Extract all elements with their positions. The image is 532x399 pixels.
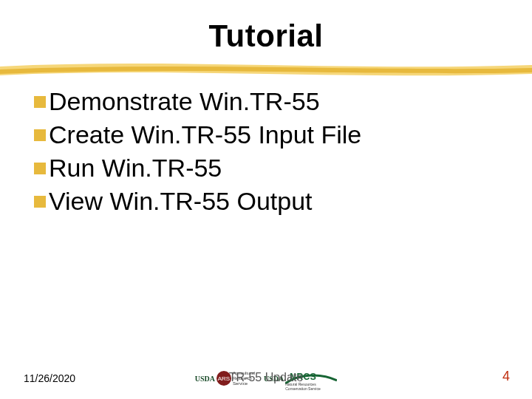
bullet-text: Demonstrate Win.TR-55 (49, 87, 320, 116)
footer-center-text: TR-55 Update (229, 371, 304, 384)
list-item: Demonstrate Win.TR-55 (31, 87, 510, 116)
list-item: Create Win.TR-55 Input File (31, 120, 510, 149)
list-item: View Win.TR-55 Output (31, 187, 510, 216)
svg-rect-2 (34, 163, 46, 174)
footer-date: 11/26/2020 (24, 372, 75, 384)
svg-rect-1 (34, 129, 46, 141)
list-item: Run Win.TR-55 (31, 154, 510, 183)
bullet-square-icon (31, 193, 49, 211)
slide-title: Tutorial (0, 18, 532, 54)
title-underline-swoosh (0, 61, 532, 77)
svg-rect-3 (34, 196, 46, 208)
bullet-text: Run Win.TR-55 (49, 154, 222, 183)
svg-rect-0 (34, 96, 46, 108)
footer: 11/26/2020 USDA ARS Agricultural Researc… (0, 359, 532, 389)
bullet-square-icon (31, 126, 49, 144)
bullet-square-icon (31, 160, 49, 177)
footer-page-number: 4 (502, 369, 510, 384)
bullet-text: View Win.TR-55 Output (49, 187, 313, 216)
slide: Tutorial Demonstrate Win.TR-55 Create Wi… (0, 0, 532, 399)
bullet-list: Demonstrate Win.TR-55 Create Win.TR-55 I… (31, 86, 510, 220)
bullet-square-icon (31, 93, 49, 111)
bullet-text: Create Win.TR-55 Input File (49, 120, 361, 149)
usda-text: USDA (195, 375, 215, 383)
